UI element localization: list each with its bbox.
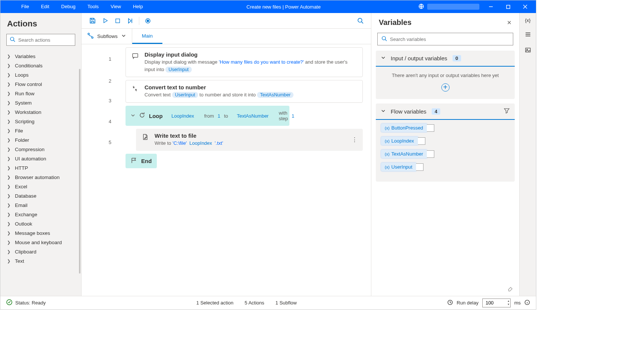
variable-value — [418, 137, 425, 145]
category-label: Variables — [15, 54, 35, 59]
delay-input[interactable] — [482, 298, 511, 307]
io-empty-state: There aren't any input or output variabl… — [376, 67, 515, 99]
step-display-input-dialog[interactable]: Display input dialog Display input dialo… — [126, 47, 363, 77]
step-button[interactable] — [124, 15, 137, 27]
maximize-button[interactable] — [499, 0, 517, 13]
action-category[interactable]: ❯System — [0, 98, 81, 108]
variables-header: Variables ✕ — [371, 13, 519, 31]
actions-list[interactable]: ❯Variables❯Conditionals❯Loops❯Flow contr… — [0, 50, 81, 296]
more-icon[interactable]: ⋮ — [352, 136, 358, 143]
variable-value — [416, 163, 423, 171]
action-category[interactable]: ❯UI automation — [0, 154, 81, 163]
record-button[interactable] — [142, 15, 154, 27]
menu-tools[interactable]: Tools — [82, 0, 105, 13]
section-header[interactable]: Input / output variables 0 — [376, 51, 515, 67]
action-category[interactable]: ❯Clipboard — [0, 247, 81, 256]
action-category[interactable]: ❯Run flow — [0, 89, 81, 98]
step-title: Loop — [149, 113, 163, 119]
variable-row[interactable]: (x) UserInput — [381, 163, 510, 171]
title-right — [418, 0, 536, 13]
tab-main[interactable]: Main — [132, 29, 162, 44]
action-category[interactable]: ❯Conditionals — [0, 61, 81, 70]
variable-row[interactable]: (x) ButtonPressed — [381, 124, 510, 132]
action-category[interactable]: ❯Mouse and keyboard — [0, 238, 81, 247]
line-num: 3 — [82, 91, 126, 110]
editor-search-button[interactable] — [354, 15, 366, 27]
section-header[interactable]: Flow variables 4 — [376, 103, 515, 120]
save-button[interactable] — [86, 15, 99, 27]
filter-icon[interactable] — [504, 108, 510, 115]
action-category[interactable]: ❯Outlook — [0, 219, 81, 229]
section-title: Flow variables — [391, 108, 426, 115]
step-desc: Display input dialog with message 'How m… — [145, 58, 356, 73]
actions-search[interactable] — [6, 34, 75, 46]
svg-rect-9 — [133, 54, 138, 57]
action-category[interactable]: ❯Email — [0, 201, 81, 210]
variables-search[interactable] — [377, 33, 513, 45]
actions-search-input[interactable] — [18, 37, 81, 43]
action-category[interactable]: ❯Database — [0, 191, 81, 201]
menu-view[interactable]: View — [105, 0, 127, 13]
step-end[interactable]: End — [126, 154, 157, 168]
chevron-right-icon: ❯ — [7, 166, 10, 170]
chevron-right-icon: ❯ — [7, 194, 10, 198]
stop-button[interactable] — [111, 15, 124, 27]
category-label: Clipboard — [15, 249, 37, 255]
svg-point-6 — [358, 18, 362, 22]
actions-title: Actions — [0, 13, 81, 34]
actions-count: 5 Actions — [245, 300, 264, 306]
step-write-text-to-file[interactable]: Write text to file Write to 'C:\file' Lo… — [136, 129, 363, 151]
step-title: Write text to file — [155, 132, 357, 139]
action-category[interactable]: ❯Excel — [0, 182, 81, 191]
step-title: End — [141, 158, 152, 164]
action-category[interactable]: ❯Variables — [0, 52, 81, 61]
variable-row[interactable]: (x) LoopIndex — [381, 137, 510, 145]
ui-elements-rail-button[interactable] — [525, 31, 531, 39]
variables-rail-button[interactable]: {x} — [525, 17, 530, 23]
menu-help[interactable]: Help — [127, 0, 149, 13]
environment-icon — [418, 3, 424, 10]
action-category[interactable]: ❯Scripting — [0, 117, 81, 126]
step-convert-text-to-number[interactable]: Convert text to number Convert text User… — [126, 80, 363, 103]
svg-point-5 — [147, 20, 149, 22]
chevron-right-icon: ❯ — [7, 231, 10, 236]
scrollbar[interactable] — [79, 69, 80, 274]
menu-debug[interactable]: Debug — [55, 0, 81, 13]
menu-file[interactable]: File — [15, 0, 35, 13]
action-category[interactable]: ❯HTTP — [0, 163, 81, 173]
action-category[interactable]: ❯Exchange — [0, 210, 81, 219]
subflows-dropdown[interactable]: Subflows — [82, 29, 132, 44]
action-category[interactable]: ❯Flow control — [0, 80, 81, 89]
chevron-right-icon: ❯ — [7, 156, 10, 161]
category-label: Email — [15, 202, 28, 208]
action-category[interactable]: ❯Text — [0, 256, 81, 266]
minimize-button[interactable] — [482, 0, 499, 13]
environment-badge[interactable] — [427, 4, 479, 10]
run-button[interactable] — [99, 15, 111, 27]
clear-button[interactable] — [371, 286, 519, 296]
separator — [139, 17, 139, 25]
action-category[interactable]: ❯File — [0, 126, 81, 135]
menu-edit[interactable]: Edit — [35, 0, 55, 13]
variables-search-input[interactable] — [390, 36, 509, 42]
svg-point-8 — [92, 37, 93, 38]
close-icon[interactable]: ✕ — [507, 19, 512, 26]
add-variable-button[interactable]: + — [441, 83, 450, 92]
close-button[interactable] — [517, 0, 534, 13]
status-center: 1 Selected action 5 Actions 1 Subflow — [55, 300, 438, 306]
category-label: Message boxes — [15, 230, 50, 236]
variable-row[interactable]: (x) TextAsNumber — [381, 150, 510, 158]
spinner-buttons[interactable]: ▲▼ — [507, 299, 510, 306]
action-category[interactable]: ❯Workstation — [0, 108, 81, 117]
step-desc: Convert text UserInput to number and sto… — [145, 91, 356, 99]
action-category[interactable]: ❯Folder — [0, 135, 81, 145]
action-category[interactable]: ❯Browser automation — [0, 173, 81, 182]
action-category[interactable]: ❯Compression — [0, 145, 81, 154]
step-loop[interactable]: Loop LoopIndex from 1 to TextAsNumber wi… — [126, 106, 289, 126]
action-category[interactable]: ❯Loops — [0, 70, 81, 80]
chevron-right-icon: ❯ — [7, 54, 10, 59]
images-rail-button[interactable] — [525, 47, 531, 54]
action-category[interactable]: ❯Message boxes — [0, 229, 81, 238]
info-icon[interactable] — [524, 300, 530, 306]
chevron-down-icon[interactable] — [131, 113, 135, 119]
